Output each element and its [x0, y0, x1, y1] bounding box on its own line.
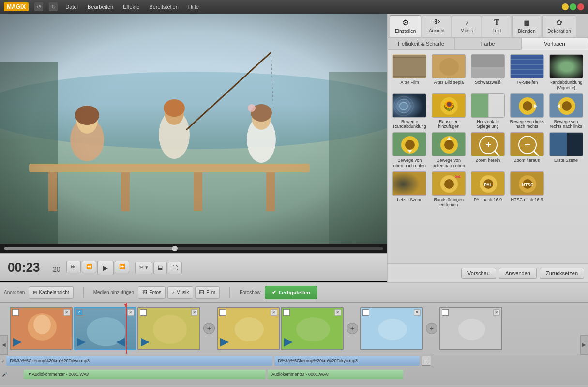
timeline-item-5[interactable]: ✕ — [281, 307, 344, 350]
fertigstellen-button[interactable]: ✔ Fertigstellen — [265, 286, 317, 299]
effect-alter-film[interactable]: Alter Film — [392, 54, 428, 91]
audio-comment-bar-2[interactable]: Audiokommentar - 0001.WAV — [268, 370, 403, 379]
btn-back[interactable]: ⏪ — [82, 261, 96, 273]
music-button[interactable]: ♪ Musik — [167, 286, 193, 299]
dekoration-icon: ✿ — [556, 18, 562, 27]
add-audio-button[interactable]: + — [422, 356, 431, 366]
menu-bearbeiten[interactable]: Bearbeiten — [86, 3, 115, 11]
menu-datei[interactable]: Datei — [63, 3, 80, 11]
effect-remove-noise[interactable]: Randstörungen entfernen — [431, 171, 467, 208]
timeline-scroll-right[interactable]: ▶ — [580, 335, 588, 355]
timeline-item-6[interactable]: ✕ — [360, 307, 423, 350]
tab-dekoration[interactable]: ✿ Dekoration — [542, 15, 576, 37]
sub-tab-helligkeit[interactable]: Helligkeit & Schärfe — [388, 37, 454, 50]
effect-thumb-vignette — [549, 54, 583, 78]
effect-move-up[interactable]: Bewege von unten nach oben — [431, 132, 467, 169]
minimize-button[interactable] — [562, 3, 569, 10]
effect-mirror[interactable]: Horizontale Spiegelung — [470, 93, 506, 130]
thumb-image-6 — [361, 308, 422, 349]
effect-move-left[interactable]: Bewege von rechts nach links — [548, 93, 584, 130]
video-preview — [0, 14, 387, 244]
scissors-button[interactable]: ✂ ▾ — [135, 262, 152, 274]
timeline-item-4[interactable]: ✕ — [217, 307, 280, 350]
effect-thumb-zoom-out — [510, 132, 544, 156]
timeline-item-3[interactable]: ✕ — [137, 307, 200, 350]
close-button[interactable] — [577, 3, 584, 10]
effect-bw[interactable]: Schwarzweiß — [470, 54, 506, 91]
checkbox-3[interactable] — [140, 309, 147, 316]
effect-zoom-in[interactable]: Zoom herein — [470, 132, 506, 169]
preview-button[interactable]: Vorschau — [461, 268, 496, 279]
progress-bar-area[interactable] — [0, 244, 387, 253]
progress-track[interactable] — [4, 247, 383, 250]
move-up-preview — [432, 133, 466, 156]
timeline-item-1[interactable]: ✕ — [10, 307, 73, 350]
audio-comment-bar-1[interactable]: ▼ Audiokommentar - 0001.WAV — [24, 370, 266, 379]
plus-btn-2[interactable]: + — [347, 323, 358, 334]
effect-label-zoom-out: Zoom heraus — [514, 158, 540, 163]
effect-move-down[interactable]: Bewege von oben nach unten — [392, 132, 428, 169]
effect-ntsc[interactable]: NTSC NTSC nach 16:9 — [509, 171, 545, 208]
sub-tabs: Helligkeit & Schärfe Farbe Vorlagen — [388, 37, 588, 50]
tab-ansicht[interactable]: 👁 Ansicht — [422, 15, 451, 37]
timeline-item-7[interactable]: ✕ — [439, 307, 502, 350]
close-6[interactable]: ✕ — [414, 309, 421, 316]
timeline-item-2[interactable]: ✓ ✕ — [74, 307, 136, 350]
tile-view-button[interactable]: ⊞ Kachelansicht — [29, 286, 73, 299]
tab-musik[interactable]: ♪ Musik — [452, 15, 481, 37]
btn-forward[interactable]: ⏩ — [115, 261, 129, 273]
btn-play[interactable]: ▶ — [97, 261, 114, 275]
effect-zoom-out[interactable]: Zoom heraus — [509, 132, 545, 169]
checkbox-1[interactable] — [12, 309, 19, 316]
close-4[interactable]: ✕ — [271, 309, 277, 316]
sub-tab-farbe[interactable]: Farbe — [454, 37, 521, 50]
audio-music-bar-2[interactable]: D%3A%5Ckenrop%20kro%20Tokyo.mp3 — [274, 356, 420, 366]
maximize-button[interactable] — [570, 3, 576, 10]
tab-blenden-label: Blenden — [518, 29, 536, 34]
checkbox-4[interactable] — [219, 309, 226, 316]
checkbox-6[interactable] — [362, 309, 369, 316]
redo-button[interactable]: ↻ — [49, 2, 58, 11]
close-5[interactable]: ✕ — [334, 309, 341, 316]
effect-vignette[interactable]: Randabdunklung (Vignette) — [548, 54, 584, 91]
plus-btn-1[interactable]: + — [203, 323, 215, 334]
mirror-preview — [471, 94, 505, 118]
reset-button[interactable]: Zurücksetzen — [540, 268, 584, 279]
sub-tab-vorlagen[interactable]: Vorlagen — [521, 37, 588, 50]
plus-btn-3[interactable]: + — [426, 323, 437, 334]
apply-button[interactable]: Anwenden — [499, 268, 537, 279]
menu-effekte[interactable]: Effekte — [121, 3, 141, 11]
progress-thumb[interactable] — [172, 246, 178, 251]
effect-move-right[interactable]: Bewege von links nach rechts — [509, 93, 545, 130]
effect-moving-vignette[interactable]: Bewegte Randabdunklung — [392, 93, 428, 130]
close-3[interactable]: ✕ — [191, 309, 198, 316]
photos-button[interactable]: 🖼 Fotos — [138, 286, 166, 299]
checkbox-7[interactable] — [442, 309, 449, 316]
undo-button[interactable]: ↺ — [34, 2, 43, 11]
timeline-scroll-left[interactable]: ◀ — [0, 335, 8, 355]
effect-label-zoom-in: Zoom herein — [476, 158, 500, 163]
menu-bereitstellen[interactable]: Bereitstellen — [147, 3, 181, 11]
effect-noise[interactable]: Rauschen hinzufügen — [431, 93, 467, 130]
effect-sepia[interactable]: Altes Bild sepia — [431, 54, 467, 91]
tab-text[interactable]: T Text — [482, 15, 511, 37]
close-1[interactable]: ✕ — [63, 309, 70, 316]
copy-button[interactable]: ⬓ — [153, 262, 167, 274]
checkbox-2[interactable]: ✓ — [76, 309, 83, 316]
effect-tv[interactable]: TV-Streifen — [509, 54, 545, 91]
film-button[interactable]: 🎞 Film — [195, 286, 220, 299]
effect-first-scene[interactable]: Erste Szene — [548, 132, 584, 169]
audio-music-bar-1[interactable]: D%3A%5Ckenrop%20kro%20Tokyo.mp3 — [6, 356, 272, 366]
close-2[interactable]: ✕ — [127, 309, 134, 316]
btn-start[interactable]: ⏮ — [66, 261, 81, 273]
tab-einstellen[interactable]: ⚙ Einstellen — [390, 15, 421, 37]
tab-blenden[interactable]: ◼ Blenden — [512, 15, 541, 37]
effect-pal[interactable]: PAL PAL nach 16:9 — [470, 171, 506, 208]
close-7[interactable]: ✕ — [493, 309, 500, 316]
menu-hilfe[interactable]: Hilfe — [186, 3, 201, 11]
svg-rect-72 — [550, 133, 567, 156]
effect-label-move-right: Bewege von links nach rechts — [510, 119, 544, 130]
fullscreen-button[interactable]: ⛶ — [168, 262, 182, 274]
checkbox-5[interactable] — [283, 309, 290, 316]
effect-last-scene[interactable]: Letzte Szene — [392, 171, 428, 208]
